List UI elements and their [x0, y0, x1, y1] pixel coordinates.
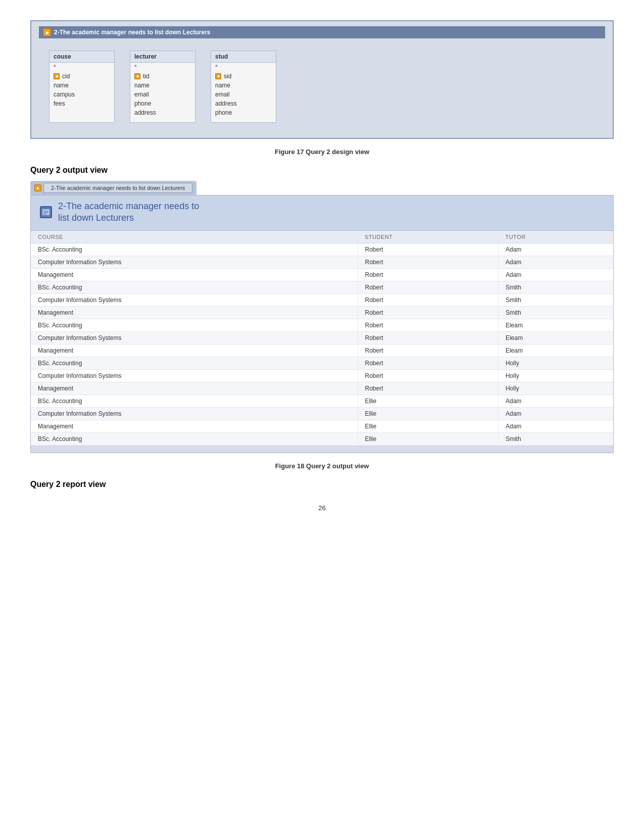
- table-row: BSc. AccountingRobertHolly: [31, 357, 613, 369]
- table-cell-13-0: Computer Information Systems: [31, 407, 358, 420]
- table-cell-5-2: Smith: [498, 306, 613, 319]
- table-row: ManagementRobertEleam: [31, 344, 613, 357]
- output-tab-label[interactable]: 2-The academic manager needs to list dow…: [43, 183, 192, 193]
- db-table-couse-header: couse: [49, 51, 114, 63]
- db-table-stud-name: name: [211, 81, 276, 90]
- db-table-stud-phone: phone: [211, 108, 276, 117]
- output-view-title: 2-The academic manager needs to list dow…: [58, 201, 199, 224]
- db-table-lecturer: lecturer * ◆ tid name email phone addres…: [130, 51, 195, 123]
- table-cell-15-0: BSc. Accounting: [31, 432, 358, 445]
- table-cell-4-2: Smith: [498, 293, 613, 306]
- col-header-course: COURSE: [31, 231, 358, 243]
- table-row: ManagementRobertHolly: [31, 382, 613, 395]
- result-table: COURSE STUDENT TUTOR BSc. AccountingRobe…: [31, 231, 613, 446]
- table-cell-1-1: Robert: [358, 256, 498, 268]
- table-cell-7-0: Computer Information Systems: [31, 331, 358, 344]
- db-table-lecturer-email: email: [130, 90, 195, 99]
- output-view-container: 2-The academic manager needs to list dow…: [30, 195, 614, 453]
- design-view-container: ■ 2-The academic manager needs to list d…: [30, 20, 614, 139]
- table-row: BSc. AccountingEllieSmith: [31, 432, 613, 445]
- table-cell-11-0: Management: [31, 382, 358, 395]
- db-table-stud-header: stud: [211, 51, 276, 63]
- design-view-title-text: 2-The academic manager needs to list dow…: [54, 29, 210, 36]
- table-cell-10-0: Computer Information Systems: [31, 369, 358, 382]
- db-table-lecturer-header: lecturer: [130, 51, 195, 63]
- page-number: 26: [30, 504, 614, 512]
- db-table-stud-star: *: [211, 63, 276, 72]
- table-cell-8-2: Eleam: [498, 344, 613, 357]
- table-cell-14-0: Management: [31, 420, 358, 432]
- table-cell-2-1: Robert: [358, 268, 498, 281]
- table-cell-3-2: Smith: [498, 281, 613, 293]
- table-cell-15-1: Ellie: [358, 432, 498, 445]
- table-cell-5-1: Robert: [358, 306, 498, 319]
- pk-icon-tid: ◆: [134, 73, 140, 79]
- table-cell-11-2: Holly: [498, 382, 613, 395]
- table-row: ManagementEllieAdam: [31, 420, 613, 432]
- table-cell-15-2: Smith: [498, 432, 613, 445]
- col-header-tutor: TUTOR: [498, 231, 613, 243]
- figure18-caption: Figure 18 Query 2 output view: [30, 462, 614, 470]
- table-cell-10-1: Robert: [358, 369, 498, 382]
- table-cell-6-1: Robert: [358, 319, 498, 331]
- db-table-couse-campus: campus: [49, 90, 114, 99]
- output-tab-bar: ■ 2-The academic manager needs to list d…: [30, 181, 196, 195]
- table-cell-12-0: BSc. Accounting: [31, 395, 358, 407]
- table-cell-9-1: Robert: [358, 357, 498, 369]
- table-row: BSc. AccountingEllieAdam: [31, 395, 613, 407]
- table-cell-6-0: BSc. Accounting: [31, 319, 358, 331]
- col-header-student: STUDENT: [358, 231, 498, 243]
- tables-row: couse * ◆ cid name campus fees lecturer …: [39, 45, 605, 128]
- db-table-lecturer-phone: phone: [130, 99, 195, 108]
- table-cell-9-0: BSc. Accounting: [31, 357, 358, 369]
- table-cell-13-2: Adam: [498, 407, 613, 420]
- table-cell-5-0: Management: [31, 306, 358, 319]
- query2-report-heading: Query 2 report view: [30, 480, 614, 489]
- table-cell-7-1: Robert: [358, 331, 498, 344]
- table-cell-0-2: Adam: [498, 243, 613, 256]
- design-view-title-bar: ■ 2-The academic manager needs to list d…: [39, 26, 605, 38]
- db-table-stud: stud * ◆ sid name email address phone: [211, 51, 276, 123]
- table-row: BSc. AccountingRobertEleam: [31, 319, 613, 331]
- table-row: BSc. AccountingRobertSmith: [31, 281, 613, 293]
- table-cell-12-2: Adam: [498, 395, 613, 407]
- table-cell-8-0: Management: [31, 344, 358, 357]
- db-table-couse: couse * ◆ cid name campus fees: [49, 51, 115, 123]
- table-row: Computer Information SystemsRobertEleam: [31, 331, 613, 344]
- db-table-stud-address: address: [211, 99, 276, 108]
- query2-output-heading: Query 2 output view: [30, 166, 614, 175]
- table-cell-14-1: Ellie: [358, 420, 498, 432]
- design-view-title-icon: ■: [43, 28, 51, 36]
- table-cell-10-2: Holly: [498, 369, 613, 382]
- db-table-couse-name: name: [49, 81, 114, 90]
- table-cell-2-2: Adam: [498, 268, 613, 281]
- output-view-header: 2-The academic manager needs to list dow…: [31, 195, 613, 231]
- table-cell-0-0: BSc. Accounting: [31, 243, 358, 256]
- table-cell-0-1: Robert: [358, 243, 498, 256]
- output-view-header-icon: [40, 206, 52, 218]
- table-row: ManagementRobertSmith: [31, 306, 613, 319]
- db-table-couse-star: *: [49, 63, 114, 72]
- table-cell-1-0: Computer Information Systems: [31, 256, 358, 268]
- table-cell-11-1: Robert: [358, 382, 498, 395]
- table-cell-4-0: Computer Information Systems: [31, 293, 358, 306]
- table-cell-3-1: Robert: [358, 281, 498, 293]
- table-row: Computer Information SystemsRobertHolly: [31, 369, 613, 382]
- svg-rect-2: [43, 212, 48, 213]
- db-table-stud-email: email: [211, 90, 276, 99]
- svg-rect-3: [43, 214, 46, 215]
- svg-rect-1: [43, 211, 48, 212]
- table-row: Computer Information SystemsRobertSmith: [31, 293, 613, 306]
- db-table-lecturer-name: name: [130, 81, 195, 90]
- figure17-caption: Figure 17 Query 2 design view: [30, 148, 614, 156]
- table-cell-2-0: Management: [31, 268, 358, 281]
- table-cell-7-2: Eleam: [498, 331, 613, 344]
- table-cell-14-2: Adam: [498, 420, 613, 432]
- output-view-title-line1: 2-The academic manager needs to: [58, 201, 199, 212]
- table-cell-9-2: Holly: [498, 357, 613, 369]
- db-table-couse-fees: fees: [49, 99, 114, 108]
- output-view-title-line2: list down Lecturers: [58, 212, 199, 224]
- table-row: Computer Information SystemsEllieAdam: [31, 407, 613, 420]
- table-row: ManagementRobertAdam: [31, 268, 613, 281]
- table-cell-3-0: BSc. Accounting: [31, 281, 358, 293]
